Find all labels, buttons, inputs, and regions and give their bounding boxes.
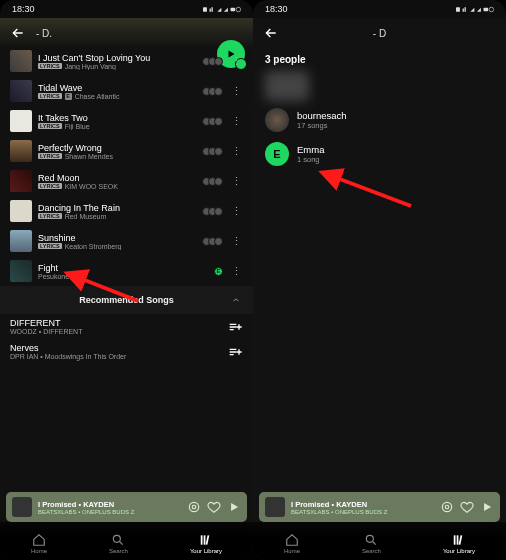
- album-art: [10, 230, 32, 252]
- modal-header: - D: [253, 18, 506, 48]
- now-playing-bar[interactable]: I Promised • KAYDEN BEATSXLABS • ONEPLUS…: [6, 492, 247, 522]
- add-to-queue-icon[interactable]: [227, 344, 243, 360]
- chevron-up-icon: [231, 295, 241, 305]
- explicit-badge: E: [65, 93, 72, 100]
- now-playing-bar[interactable]: I Promised • KAYDEN BEATSXLABS • ONEPLUS…: [259, 492, 500, 522]
- track-meta: LYRICS Fiji Blue: [38, 123, 199, 130]
- status-icons: [203, 5, 241, 14]
- lyrics-badge: LYRICS: [38, 213, 62, 219]
- album-art: [10, 170, 32, 192]
- contributor-avatars: [205, 237, 223, 246]
- track-title: Red Moon: [38, 173, 199, 183]
- play-icon[interactable]: [480, 500, 494, 514]
- devices-icon[interactable]: [440, 500, 454, 514]
- svg-point-7: [189, 502, 198, 511]
- svg-point-21: [442, 502, 451, 511]
- track-row[interactable]: Tidal Wave LYRICS E Chase Atlantic ⋮: [0, 76, 253, 106]
- nav-label: Home: [31, 548, 47, 554]
- add-to-queue-icon[interactable]: [227, 319, 243, 335]
- svg-marker-4: [224, 7, 228, 11]
- devices-icon[interactable]: [187, 500, 201, 514]
- track-row[interactable]: Dancing In The Rain LYRICS Red Museum ⋮: [0, 196, 253, 226]
- person-row[interactable]: E Emma 1 song: [253, 137, 506, 171]
- lyrics-badge: LYRICS: [38, 93, 62, 99]
- lyrics-badge: LYRICS: [38, 123, 62, 129]
- svg-rect-24: [454, 535, 456, 544]
- bottom-nav: Home Search Your Library: [0, 522, 253, 560]
- track-row[interactable]: Sunshine LYRICS Keaton Stromberg ⋮: [0, 226, 253, 256]
- nav-home[interactable]: Home: [31, 533, 47, 554]
- more-icon[interactable]: ⋮: [229, 175, 243, 188]
- now-playing-art: [265, 497, 285, 517]
- back-icon[interactable]: [10, 25, 26, 41]
- person-sub: 1 song: [297, 155, 324, 164]
- nav-library[interactable]: Your Library: [190, 533, 222, 554]
- more-icon[interactable]: ⋮: [229, 85, 243, 98]
- album-art: [10, 80, 32, 102]
- now-playing-device: BEATSXLABS • ONEPLUS BUDS Z: [291, 509, 434, 515]
- status-time: 18:30: [265, 4, 288, 14]
- track-row[interactable]: It Takes Two LYRICS Fiji Blue ⋮: [0, 106, 253, 136]
- nav-search[interactable]: Search: [362, 533, 381, 554]
- album-art: [10, 200, 32, 222]
- recommended-row[interactable]: Nerves DPR IAN • Moodswings In This Orde…: [0, 339, 253, 364]
- more-icon[interactable]: ⋮: [229, 55, 243, 68]
- svg-rect-19: [484, 7, 489, 10]
- play-icon[interactable]: [227, 500, 241, 514]
- recommended-header[interactable]: Recommended Songs: [0, 286, 253, 314]
- bottom-nav: Home Search Your Library: [253, 522, 506, 560]
- back-icon[interactable]: [263, 25, 279, 41]
- like-icon[interactable]: [207, 500, 221, 514]
- album-art: [10, 50, 32, 72]
- contributor-avatars: [205, 177, 223, 186]
- track-row[interactable]: Perfectly Wrong LYRICS Shawn Mendes ⋮: [0, 136, 253, 166]
- track-row[interactable]: Red Moon LYRICS KIM WOO SEOK ⋮: [0, 166, 253, 196]
- track-meta: LYRICS KIM WOO SEOK: [38, 183, 199, 190]
- recommended-title: Recommended Songs: [79, 295, 174, 305]
- status-bar: 18:30: [0, 0, 253, 18]
- nav-label: Your Library: [443, 548, 475, 554]
- nav-search[interactable]: Search: [109, 533, 128, 554]
- more-icon[interactable]: ⋮: [229, 205, 243, 218]
- album-art: [10, 110, 32, 132]
- svg-point-20: [489, 7, 494, 12]
- nav-library[interactable]: Your Library: [443, 533, 475, 554]
- nav-label: Home: [284, 548, 300, 554]
- person-row[interactable]: bournesach 17 songs: [253, 103, 506, 137]
- svg-point-23: [367, 535, 374, 542]
- track-row[interactable]: I Just Can't Stop Loving You LYRICS Jang…: [0, 46, 253, 76]
- svg-marker-3: [217, 7, 221, 11]
- track-row[interactable]: Fight Pesukone E ⋮: [0, 256, 253, 286]
- track-title: Tidal Wave: [38, 83, 199, 93]
- track-title: It Takes Two: [38, 113, 199, 123]
- nav-home[interactable]: Home: [284, 533, 300, 554]
- person-row[interactable]: [253, 69, 506, 103]
- track-title: Dancing In The Rain: [38, 203, 199, 213]
- like-icon[interactable]: [460, 500, 474, 514]
- svg-point-9: [114, 535, 121, 542]
- track-meta: LYRICS E Chase Atlantic: [38, 93, 199, 100]
- more-icon[interactable]: ⋮: [229, 265, 243, 278]
- rec-sub: WOODZ • DIFFERENT: [10, 328, 82, 335]
- person-avatar: [265, 108, 289, 132]
- track-list: I Just Can't Stop Loving You LYRICS Jang…: [0, 46, 253, 488]
- modal-title: - D: [289, 28, 470, 39]
- contributor-avatars: [205, 57, 223, 66]
- svg-rect-15: [463, 8, 464, 11]
- track-meta: LYRICS Keaton Stromberg: [38, 243, 199, 250]
- contributor-avatars: [205, 207, 223, 216]
- more-icon[interactable]: ⋮: [229, 145, 243, 158]
- person-sub: 17 songs: [297, 121, 347, 130]
- svg-marker-18: [477, 7, 481, 11]
- contributor-avatars: [205, 117, 223, 126]
- album-art: [10, 140, 32, 162]
- svg-rect-16: [465, 7, 466, 12]
- recommended-row[interactable]: DIFFERENT WOODZ • DIFFERENT: [0, 314, 253, 339]
- svg-rect-0: [203, 7, 207, 12]
- person-avatar: E: [265, 142, 289, 166]
- people-count: 3 people: [253, 48, 506, 69]
- person-name: Emma: [297, 144, 324, 155]
- person-name: bournesach: [297, 110, 347, 121]
- more-icon[interactable]: ⋮: [229, 115, 243, 128]
- more-icon[interactable]: ⋮: [229, 235, 243, 248]
